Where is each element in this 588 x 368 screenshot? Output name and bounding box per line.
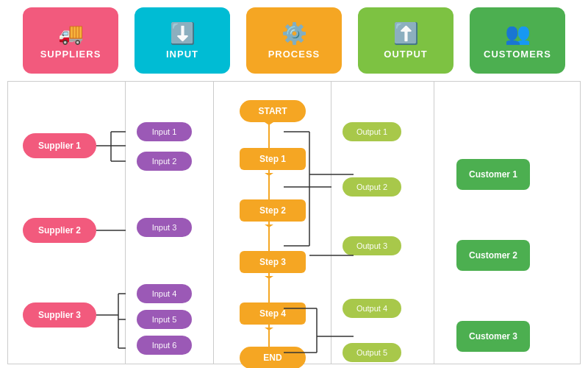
input-3: Input 3 — [137, 218, 192, 237]
customers-label: CUSTOMERS — [484, 49, 551, 60]
output-4: Output 4 — [343, 299, 401, 318]
output-1: Output 1 — [343, 122, 401, 141]
col-customers: Customer 1 Customer 2 Customer 3 — [434, 82, 552, 364]
supplier-2: Supplier 2 — [23, 218, 96, 243]
output-2: Output 2 — [343, 177, 401, 197]
svg-marker-8 — [265, 328, 273, 330]
suppliers-icon: 🚚 — [58, 21, 84, 46]
input-icon: ⬇️ — [170, 21, 196, 46]
supplier-3: Supplier 3 — [23, 302, 96, 328]
output-icon: ⬆️ — [393, 21, 419, 46]
process-icon: ⚙️ — [282, 21, 307, 46]
customers-icon: 👥 — [505, 21, 531, 46]
supplier-1: Supplier 1 — [23, 133, 96, 158]
customer-2: Customer 2 — [456, 240, 530, 271]
col-inputs: Input 1 Input 2 Input 3 Input 4 Input 5 … — [126, 82, 214, 364]
svg-marker-6 — [265, 276, 273, 279]
process-step4: Step 4 — [240, 302, 306, 325]
input-label: INPUT — [166, 49, 198, 60]
input-4: Input 4 — [137, 284, 192, 303]
process-step1: Step 1 — [240, 148, 306, 170]
input-2: Input 2 — [137, 152, 192, 171]
header-suppliers: 🚚 SUPPLIERS — [23, 7, 118, 74]
header-process: ⚙️ PROCESS — [246, 7, 342, 74]
output-3: Output 3 — [343, 236, 401, 255]
customer-3: Customer 3 — [456, 321, 530, 352]
svg-marker-2 — [265, 173, 273, 176]
header-customers: 👥 CUSTOMERS — [470, 7, 565, 74]
process-step2: Step 2 — [240, 199, 306, 222]
header-output: ⬆️ OUTPUT — [358, 7, 453, 74]
input-5: Input 5 — [137, 310, 192, 329]
input-1: Input 1 — [137, 122, 192, 141]
header-row: 🚚 SUPPLIERS ⬇️ INPUT ⚙️ PROCESS ⬆️ OUTPU… — [0, 0, 588, 81]
output-label: OUTPUT — [384, 49, 427, 60]
process-start: START — [240, 100, 306, 122]
input-6: Input 6 — [137, 336, 192, 355]
process-step3: Step 3 — [240, 251, 306, 273]
col-suppliers: Supplier 1 Supplier 2 Supplier 3 — [8, 82, 126, 364]
col-outputs: Output 1 Output 2 Output 3 Output 4 Outp… — [331, 82, 434, 364]
col-process: START Step 1 Step 2 Step 3 Step 4 END — [214, 82, 331, 364]
header-input: ⬇️ INPUT — [135, 7, 230, 74]
svg-marker-4 — [265, 224, 273, 227]
suppliers-label: SUPPLIERS — [40, 49, 101, 60]
diagram-area: Supplier 1 Supplier 2 Supplier 3 Input 1… — [7, 81, 581, 364]
output-5: Output 5 — [343, 343, 401, 362]
process-label: PROCESS — [268, 49, 320, 60]
process-end: END — [240, 347, 306, 368]
customer-1: Customer 1 — [456, 159, 530, 190]
svg-marker-0 — [265, 122, 273, 125]
